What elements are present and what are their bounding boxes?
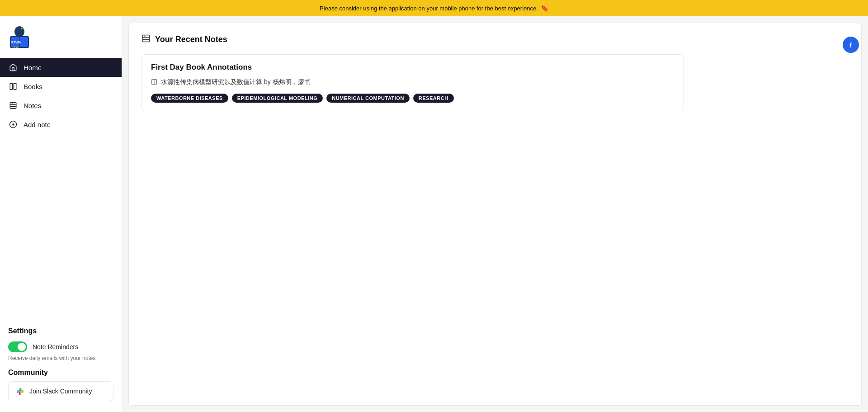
tag: RESEARCH — [413, 94, 454, 103]
svg-rect-18 — [143, 35, 150, 42]
panel-title: Your Recent Notes — [155, 35, 227, 44]
book-text: 水源性传染病模型研究以及数值计算 by 杨炜明，廖书 — [161, 78, 311, 86]
settings-title: Settings — [8, 327, 113, 335]
join-slack-button[interactable]: Join Slack Community — [8, 381, 113, 401]
sidebar-item-notes[interactable]: Notes — [0, 96, 122, 115]
note-card: First Day Book Annotations 水源性传染病模型研究以及数… — [142, 54, 684, 111]
sidebar-nav: Home Books Notes — [0, 56, 122, 136]
books-label: Books — [24, 83, 42, 90]
books-icon — [8, 82, 18, 90]
banner-icon: 🔖 — [541, 5, 548, 12]
tag: EPIDEMIOLOGICAL MODELING — [232, 94, 323, 103]
svg-rect-9 — [10, 83, 12, 90]
note-reminders-toggle[interactable] — [8, 341, 27, 352]
recent-notes-icon — [142, 34, 151, 45]
svg-text:RAVEN: RAVEN — [11, 41, 22, 44]
svg-point-6 — [21, 28, 22, 29]
profile-avatar[interactable]: f — [843, 37, 859, 53]
book-reference: 水源性传染病模型研究以及数值计算 by 杨炜明，廖书 — [151, 78, 675, 86]
toggle-description: Receive daily emails with your notes — [8, 355, 113, 361]
sidebar-item-books[interactable]: Books — [0, 77, 122, 96]
book-icon — [151, 79, 157, 86]
tag: WATERBORNE DISEASES — [151, 94, 228, 103]
tag: NUMERICAL COMPUTATION — [326, 94, 410, 103]
home-label: Home — [24, 64, 42, 71]
banner-text: Please consider using the application on… — [320, 5, 538, 12]
content-panel: Your Recent Notes First Day Book Annotat… — [128, 23, 862, 406]
svg-rect-11 — [10, 102, 16, 109]
slack-label: Join Slack Community — [29, 388, 92, 395]
sidebar: BETA RAVEN Home Books — [0, 16, 122, 412]
svg-text:BETA: BETA — [13, 46, 19, 49]
svg-rect-10 — [14, 83, 16, 90]
add-note-label: Add note — [24, 121, 51, 128]
notes-label: Notes — [24, 102, 41, 109]
svg-point-4 — [19, 27, 23, 31]
add-icon — [8, 120, 18, 128]
raven-logo: BETA RAVEN — [8, 24, 31, 49]
note-card-title: First Day Book Annotations — [151, 63, 675, 72]
tags-row: WATERBORNE DISEASESEPIDEMIOLOGICAL MODEL… — [151, 94, 675, 103]
top-banner: Please consider using the application on… — [0, 0, 868, 16]
notes-icon — [8, 101, 18, 109]
note-reminders-label: Note Reminders — [33, 343, 78, 350]
sidebar-item-add-note[interactable]: Add note — [0, 115, 122, 134]
sidebar-item-home[interactable]: Home — [0, 58, 122, 77]
community-title: Community — [8, 369, 113, 377]
slack-icon — [15, 386, 25, 396]
main-content: Your Recent Notes First Day Book Annotat… — [122, 16, 868, 412]
home-icon — [8, 63, 18, 71]
svg-point-3 — [14, 26, 24, 37]
